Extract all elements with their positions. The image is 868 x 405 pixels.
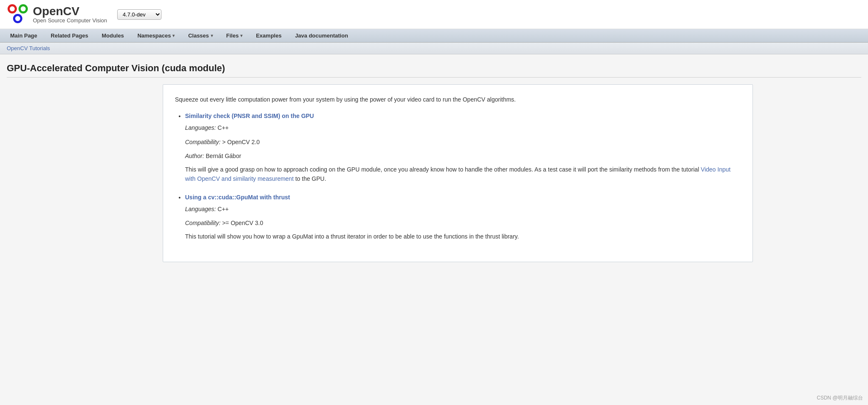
files-dropdown-arrow: ▾ (240, 33, 242, 38)
version-selector[interactable]: 4.7.0-dev 4.6.0 4.5.0 3.4.0 (117, 9, 161, 20)
tutorial-1-languages: Languages: C++ (185, 123, 741, 133)
page-title: GPU-Accelerated Computer Vision (cuda mo… (7, 63, 861, 78)
opencv-logo-icon (7, 3, 29, 25)
nav-files[interactable]: Files ▾ (220, 29, 250, 42)
tutorial-item-2: Using a cv::cuda::GpuMat with thrust Lan… (185, 194, 741, 241)
tutorial-2-languages: Languages: C++ (185, 204, 741, 215)
main-content: GPU-Accelerated Computer Vision (cuda mo… (0, 54, 868, 400)
tutorial-1-desc-part1: This will give a good grasp on how to ap… (185, 166, 701, 173)
logo-subtitle: Open Source Computer Vision (33, 17, 107, 24)
nav-modules[interactable]: Modules (95, 29, 131, 42)
tutorial-1-languages-value: C++ (218, 124, 228, 131)
tutorial-1-compatibility: Compatibility: > OpenCV 2.0 (185, 137, 741, 148)
nav-main-page[interactable]: Main Page (3, 29, 44, 42)
tutorial-2-description: This tutorial will show you how to wrap … (185, 232, 741, 241)
tutorial-1-desc-part3: to the GPU. (294, 175, 326, 182)
breadcrumb-bar: OpenCV Tutorials (0, 43, 868, 54)
intro-text: Squeeze out every little computation pow… (175, 95, 741, 104)
watermark: CSDN @明月融综台 (817, 394, 863, 400)
tutorial-1-author: Author: Bernát Gábor (185, 151, 741, 161)
nav-namespaces[interactable]: Namespaces ▾ (131, 29, 182, 42)
tutorial-2-compatibility-value: >= OpenCV 3.0 (222, 220, 263, 226)
version-dropdown[interactable]: 4.7.0-dev 4.6.0 4.5.0 3.4.0 (117, 9, 161, 20)
nav-related-pages[interactable]: Related Pages (44, 29, 95, 42)
namespaces-dropdown-arrow: ▾ (172, 33, 175, 38)
svg-point-1 (10, 6, 15, 11)
logo-text-area: OpenCV Open Source Computer Vision (33, 5, 107, 24)
tutorial-list: Similarity check (PNSR and SSIM) on the … (175, 113, 741, 241)
breadcrumb-opencv-tutorials[interactable]: OpenCV Tutorials (7, 45, 50, 51)
content-box: Squeeze out every little computation pow… (163, 84, 753, 262)
tutorial-item-1: Similarity check (PNSR and SSIM) on the … (185, 113, 741, 183)
tutorial-1-compatibility-value: > OpenCV 2.0 (222, 139, 260, 145)
tutorial-1-description: This will give a good grasp on how to ap… (185, 165, 741, 184)
tutorial-2-compatibility-label: Compatibility: (185, 220, 220, 226)
svg-point-5 (15, 16, 20, 21)
tutorial-1-compatibility-label: Compatibility: (185, 139, 220, 145)
tutorial-2-desc-part1: This tutorial will show you how to wrap … (185, 233, 519, 240)
nav-examples[interactable]: Examples (249, 29, 288, 42)
tutorial-1-author-label: Author: (185, 153, 204, 159)
tutorial-1-author-value: Bernát Gábor (206, 153, 241, 159)
tutorial-1-languages-label: Languages: (185, 124, 216, 131)
nav-java-documentation[interactable]: Java documentation (288, 29, 355, 42)
tutorial-2-compatibility: Compatibility: >= OpenCV 3.0 (185, 218, 741, 228)
logo-area: OpenCV Open Source Computer Vision (7, 3, 107, 25)
navbar: Main Page Related Pages Modules Namespac… (0, 29, 868, 43)
svg-point-3 (21, 6, 26, 11)
tutorial-1-link[interactable]: Similarity check (PNSR and SSIM) on the … (185, 113, 314, 119)
header: OpenCV Open Source Computer Vision 4.7.0… (0, 0, 868, 29)
classes-dropdown-arrow: ▾ (211, 33, 213, 38)
nav-classes[interactable]: Classes ▾ (181, 29, 219, 42)
tutorial-2-languages-label: Languages: (185, 206, 216, 212)
logo-title: OpenCV (33, 5, 107, 17)
tutorial-2-languages-value: C++ (218, 206, 228, 212)
tutorial-2-link[interactable]: Using a cv::cuda::GpuMat with thrust (185, 194, 290, 201)
